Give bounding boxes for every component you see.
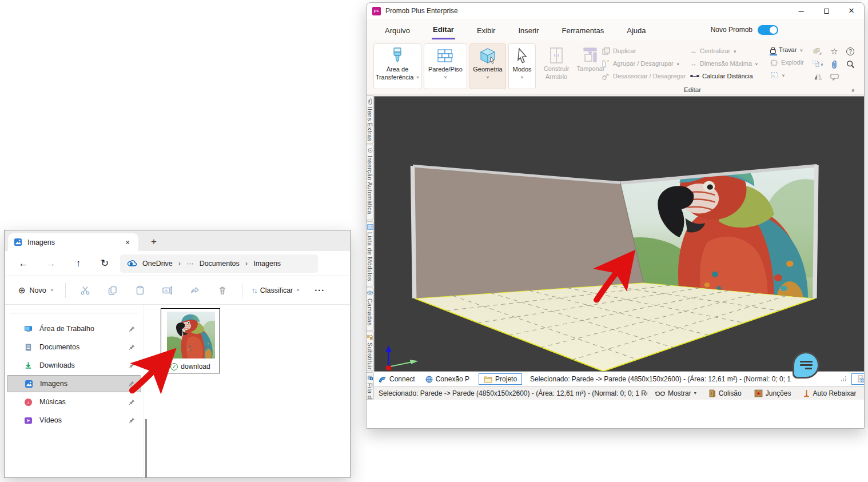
menu-arquivo[interactable]: Arquivo: [384, 21, 411, 39]
attach-button[interactable]: [826, 58, 842, 70]
menu-exibir[interactable]: Exibir: [476, 21, 497, 39]
promob-title-bar[interactable]: P+ Promob Plus Enterprise ─ ×: [367, 3, 864, 19]
cmd-label: Travar: [779, 46, 797, 53]
chat-line: [800, 361, 813, 363]
sidebar-item-area-de-trabalho[interactable]: Área de Trabalho: [7, 320, 141, 337]
dimensao-maxima-command[interactable]: ↔ Dimensão Máxima ∨: [690, 59, 758, 68]
file-list-area[interactable]: ✓ download: [144, 305, 350, 478]
pictures-icon: [25, 380, 33, 388]
selection-box-command[interactable]: ∨: [770, 70, 804, 79]
sidebar-item-documentos[interactable]: Documentos: [7, 338, 141, 356]
tab-fila[interactable]: Fila d: [367, 372, 374, 400]
agrupar-command[interactable]: Agrupar / Desagrupar ∨: [602, 59, 686, 68]
file-name: download: [181, 363, 210, 371]
novo-promob-toggle[interactable]: [758, 25, 778, 35]
tab-close-button[interactable]: ×: [122, 238, 133, 247]
calcular-distancia-command[interactable]: Calcular Distância: [690, 71, 758, 81]
close-button[interactable]: ×: [839, 3, 864, 19]
crumb-onedrive[interactable]: OneDrive: [142, 260, 173, 268]
travar-command[interactable]: Travar ∨: [770, 45, 804, 54]
wrench-icon[interactable]: [864, 389, 865, 397]
duplicar-command[interactable]: Duplicar: [602, 46, 686, 55]
search-button[interactable]: [842, 58, 858, 70]
collision-icon: [709, 389, 716, 397]
explodir-command[interactable]: Explodir: [770, 58, 804, 67]
centralizar-command[interactable]: ↔ Centralizar ∨: [690, 46, 758, 55]
copy-button[interactable]: [99, 285, 126, 296]
ribbon-group-label: Editar: [652, 86, 732, 93]
maximize-button[interactable]: [814, 3, 839, 19]
swap-button[interactable]: ∨: [809, 58, 826, 70]
file-item-download[interactable]: ✓ download: [161, 308, 220, 373]
refresh-button[interactable]: ↻: [96, 257, 113, 269]
juncoes-button[interactable]: Junções: [750, 389, 796, 397]
menu-ferramentas[interactable]: Ferramentas: [561, 21, 606, 39]
align-stack-button[interactable]: [809, 45, 826, 58]
cut-button[interactable]: [71, 285, 99, 296]
chat-button[interactable]: [793, 352, 819, 379]
explorer-body: Área de Trabalho Documentos Downloads: [5, 305, 350, 478]
tab-itens-extras[interactable]: Itens Extras: [367, 95, 374, 144]
back-button[interactable]: ←: [15, 258, 32, 269]
explorer-tab-imagens[interactable]: Imagens ×: [8, 233, 138, 251]
mostrar-dropdown[interactable]: Mostrar ▾: [651, 389, 701, 397]
sidebar-item-videos[interactable]: Vídeos: [7, 412, 141, 429]
btn-label: Transferência: [376, 74, 414, 81]
menu-inserir[interactable]: Inserir: [517, 21, 540, 39]
conexao-p-button[interactable]: Conexão P: [425, 375, 469, 383]
sidebar-item-imagens[interactable]: Imagens: [7, 375, 141, 392]
btn-label: Tamponar: [577, 65, 605, 72]
tab-insercao-automatica[interactable]: Inserção Automática: [367, 145, 374, 220]
ribbon-parede-piso-button[interactable]: Parede/Piso ∨: [424, 43, 467, 89]
chat-line: [800, 364, 813, 366]
tab-lista-de-modulos[interactable]: Lista de Módulos: [367, 221, 374, 287]
paste-button[interactable]: [126, 285, 154, 296]
crumb-documentos[interactable]: Documentos: [200, 260, 240, 268]
sort-button[interactable]: ↑↓ Classificar ∨: [252, 286, 300, 294]
tab-substituir[interactable]: Substituir: [367, 332, 374, 371]
ribbon-lock-commands: Travar ∨ Explodir ∨: [770, 45, 804, 79]
desassociar-command[interactable]: Desassociar / Desagregar: [602, 71, 686, 81]
share-button[interactable]: [181, 285, 209, 296]
resize-grip[interactable]: [841, 376, 847, 382]
chevron-down-icon: ∨: [821, 62, 824, 66]
ribbon-area-transferencia-button[interactable]: Área de Transferência ∨: [373, 43, 421, 89]
crumb-overflow[interactable]: ···: [186, 260, 194, 268]
cmd-label: Centralizar: [700, 47, 730, 54]
mirror-button[interactable]: [809, 70, 826, 83]
comment-button[interactable]: [826, 70, 842, 83]
help-button[interactable]: ?: [842, 45, 858, 58]
menu-ajuda[interactable]: Ajuda: [626, 21, 647, 39]
tab-label: Fila d: [367, 383, 373, 399]
sidebar-item-musicas[interactable]: ♪ Músicas: [7, 393, 141, 411]
projeto-button[interactable]: Projeto: [479, 373, 522, 385]
minimize-button[interactable]: ─: [789, 3, 814, 19]
ribbon-construir-armario-button[interactable]: Construir Armário: [538, 43, 575, 89]
delete-button[interactable]: [209, 285, 236, 296]
sidebar-divider: [10, 313, 138, 313]
menu-editar[interactable]: Editar: [432, 20, 455, 39]
sidebar-item-downloads[interactable]: Downloads: [7, 357, 141, 374]
forward-button[interactable]: →: [42, 258, 59, 269]
viewport-3d[interactable]: [374, 96, 865, 372]
chevron-down-icon: ∨: [486, 74, 489, 80]
up-button[interactable]: ↑: [70, 258, 87, 269]
promob-menu-bar: Arquivo Editar Exibir Inserir Ferramenta…: [367, 19, 864, 41]
ribbon-collapse-button[interactable]: ∧: [851, 87, 855, 93]
see-more-button[interactable]: ···: [314, 285, 325, 295]
auto-rebaixar-button[interactable]: Auto Rebaixar: [799, 389, 861, 397]
ribbon-modos-button[interactable]: Modos ∨: [508, 43, 536, 89]
document-globe-icon: [857, 375, 865, 383]
new-button[interactable]: ⊕ Novo ∨: [13, 282, 59, 299]
new-tab-button[interactable]: +: [151, 236, 157, 248]
colisao-button[interactable]: Colisão: [704, 389, 746, 397]
crumb-imagens[interactable]: Imagens: [253, 260, 281, 268]
music-icon: ♪: [24, 398, 33, 407]
ribbon-geometria-button[interactable]: Geometria ∨: [469, 43, 506, 89]
rename-button[interactable]: A: [154, 285, 181, 296]
connect-button[interactable]: Connect: [379, 375, 415, 383]
favorites-star-button[interactable]: ☆: [826, 45, 842, 58]
report-button[interactable]: [851, 373, 865, 385]
breadcrumb[interactable]: OneDrive › ··· Documentos › Imagens: [120, 254, 318, 273]
tab-camadas[interactable]: Camadas: [367, 288, 374, 330]
